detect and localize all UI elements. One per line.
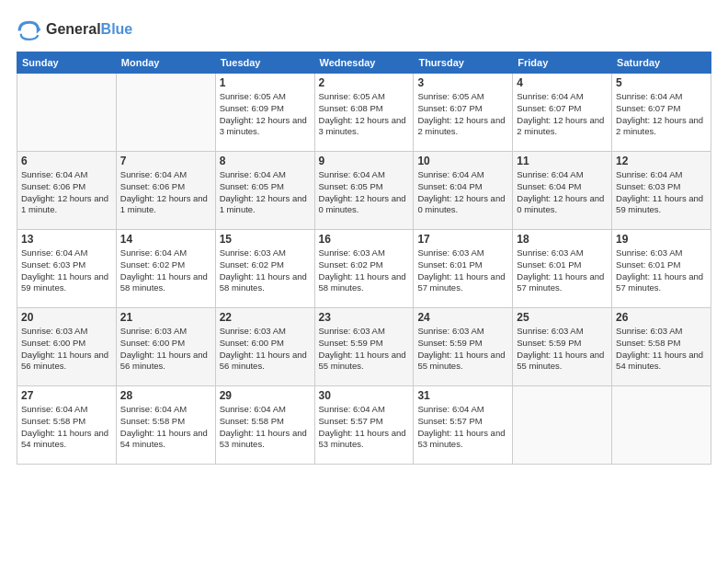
day-cell xyxy=(17,74,117,152)
day-info: Sunrise: 6:04 AM Sunset: 6:03 PM Dayligh… xyxy=(616,169,707,216)
day-cell: 15Sunrise: 6:03 AM Sunset: 6:02 PM Dayli… xyxy=(215,230,314,308)
day-cell: 10Sunrise: 6:04 AM Sunset: 6:04 PM Dayli… xyxy=(414,152,513,230)
day-number: 3 xyxy=(417,76,508,89)
day-info: Sunrise: 6:04 AM Sunset: 5:58 PM Dayligh… xyxy=(220,404,311,451)
header-cell-saturday: Saturday xyxy=(612,52,711,74)
day-number: 10 xyxy=(417,155,508,167)
day-info: Sunrise: 6:03 AM Sunset: 6:02 PM Dayligh… xyxy=(319,247,410,294)
day-number: 21 xyxy=(120,311,211,324)
day-cell: 31Sunrise: 6:04 AM Sunset: 5:57 PM Dayli… xyxy=(414,386,513,465)
day-info: Sunrise: 6:04 AM Sunset: 6:05 PM Dayligh… xyxy=(319,169,410,216)
day-number: 14 xyxy=(120,233,211,246)
day-number: 24 xyxy=(417,311,508,324)
week-row-2: 6Sunrise: 6:04 AM Sunset: 6:06 PM Daylig… xyxy=(17,152,711,230)
day-info: Sunrise: 6:04 AM Sunset: 6:02 PM Dayligh… xyxy=(120,247,211,294)
day-cell: 7Sunrise: 6:04 AM Sunset: 6:06 PM Daylig… xyxy=(116,152,215,230)
day-cell: 19Sunrise: 6:03 AM Sunset: 6:01 PM Dayli… xyxy=(612,230,711,308)
day-info: Sunrise: 6:05 AM Sunset: 6:08 PM Dayligh… xyxy=(319,91,410,138)
day-cell: 13Sunrise: 6:04 AM Sunset: 6:03 PM Dayli… xyxy=(17,230,117,308)
day-cell: 20Sunrise: 6:03 AM Sunset: 6:00 PM Dayli… xyxy=(17,308,117,386)
day-number: 16 xyxy=(319,233,410,246)
header-row: SundayMondayTuesdayWednesdayThursdayFrid… xyxy=(17,52,711,74)
day-cell: 30Sunrise: 6:04 AM Sunset: 5:57 PM Dayli… xyxy=(314,386,414,465)
day-number: 29 xyxy=(220,389,311,402)
day-number: 7 xyxy=(120,155,211,167)
day-info: Sunrise: 6:03 AM Sunset: 6:00 PM Dayligh… xyxy=(21,326,112,373)
day-info: Sunrise: 6:03 AM Sunset: 5:59 PM Dayligh… xyxy=(319,326,410,373)
day-info: Sunrise: 6:03 AM Sunset: 6:01 PM Dayligh… xyxy=(616,247,707,294)
day-number: 28 xyxy=(120,389,211,402)
day-cell: 16Sunrise: 6:03 AM Sunset: 6:02 PM Dayli… xyxy=(314,230,414,308)
day-number: 15 xyxy=(220,233,311,246)
day-info: Sunrise: 6:03 AM Sunset: 6:02 PM Dayligh… xyxy=(220,247,311,294)
day-cell: 21Sunrise: 6:03 AM Sunset: 6:00 PM Dayli… xyxy=(116,308,215,386)
day-number: 4 xyxy=(517,76,608,89)
day-info: Sunrise: 6:05 AM Sunset: 6:09 PM Dayligh… xyxy=(220,91,311,138)
header-cell-thursday: Thursday xyxy=(414,52,513,74)
day-number: 17 xyxy=(417,233,508,246)
logo-text: GeneralBlue xyxy=(46,21,132,38)
day-cell: 17Sunrise: 6:03 AM Sunset: 6:01 PM Dayli… xyxy=(414,230,513,308)
header-cell-tuesday: Tuesday xyxy=(215,52,314,74)
day-info: Sunrise: 6:03 AM Sunset: 6:01 PM Dayligh… xyxy=(417,247,508,294)
day-info: Sunrise: 6:04 AM Sunset: 6:04 PM Dayligh… xyxy=(517,169,608,216)
day-info: Sunrise: 6:04 AM Sunset: 6:04 PM Dayligh… xyxy=(417,169,508,216)
day-info: Sunrise: 6:04 AM Sunset: 6:06 PM Dayligh… xyxy=(120,169,211,216)
day-number: 20 xyxy=(21,311,112,324)
day-number: 12 xyxy=(616,155,707,167)
page-container: GeneralBlue SundayMondayTuesdayWednesday… xyxy=(0,0,728,474)
day-info: Sunrise: 6:03 AM Sunset: 6:01 PM Dayligh… xyxy=(517,247,608,294)
day-info: Sunrise: 6:03 AM Sunset: 5:58 PM Dayligh… xyxy=(616,326,707,373)
day-number: 26 xyxy=(616,311,707,324)
day-info: Sunrise: 6:04 AM Sunset: 5:58 PM Dayligh… xyxy=(21,404,112,451)
header: GeneralBlue xyxy=(17,17,711,42)
day-info: Sunrise: 6:03 AM Sunset: 5:59 PM Dayligh… xyxy=(417,326,508,373)
week-row-3: 13Sunrise: 6:04 AM Sunset: 6:03 PM Dayli… xyxy=(17,230,711,308)
day-cell: 12Sunrise: 6:04 AM Sunset: 6:03 PM Dayli… xyxy=(612,152,711,230)
day-cell: 14Sunrise: 6:04 AM Sunset: 6:02 PM Dayli… xyxy=(116,230,215,308)
day-cell xyxy=(116,74,215,152)
day-cell: 1Sunrise: 6:05 AM Sunset: 6:09 PM Daylig… xyxy=(215,74,314,152)
day-info: Sunrise: 6:04 AM Sunset: 6:06 PM Dayligh… xyxy=(21,169,112,216)
day-cell: 5Sunrise: 6:04 AM Sunset: 6:07 PM Daylig… xyxy=(612,74,711,152)
header-cell-wednesday: Wednesday xyxy=(314,52,414,74)
day-number: 9 xyxy=(319,155,410,167)
day-cell: 27Sunrise: 6:04 AM Sunset: 5:58 PM Dayli… xyxy=(17,386,117,465)
day-cell xyxy=(513,386,612,465)
week-row-5: 27Sunrise: 6:04 AM Sunset: 5:58 PM Dayli… xyxy=(17,386,711,465)
day-info: Sunrise: 6:04 AM Sunset: 5:58 PM Dayligh… xyxy=(120,404,211,451)
week-row-1: 1Sunrise: 6:05 AM Sunset: 6:09 PM Daylig… xyxy=(17,74,711,152)
day-cell: 29Sunrise: 6:04 AM Sunset: 5:58 PM Dayli… xyxy=(215,386,314,465)
day-cell: 23Sunrise: 6:03 AM Sunset: 5:59 PM Dayli… xyxy=(314,308,414,386)
day-info: Sunrise: 6:04 AM Sunset: 6:05 PM Dayligh… xyxy=(220,169,311,216)
day-info: Sunrise: 6:04 AM Sunset: 6:07 PM Dayligh… xyxy=(616,91,707,138)
day-info: Sunrise: 6:04 AM Sunset: 6:07 PM Dayligh… xyxy=(517,91,608,138)
day-info: Sunrise: 6:04 AM Sunset: 5:57 PM Dayligh… xyxy=(319,404,410,451)
calendar-table: SundayMondayTuesdayWednesdayThursdayFrid… xyxy=(17,52,711,465)
day-cell: 26Sunrise: 6:03 AM Sunset: 5:58 PM Dayli… xyxy=(612,308,711,386)
day-cell: 22Sunrise: 6:03 AM Sunset: 6:00 PM Dayli… xyxy=(215,308,314,386)
day-cell xyxy=(612,386,711,465)
day-number: 5 xyxy=(616,76,707,89)
day-number: 18 xyxy=(517,233,608,246)
day-cell: 9Sunrise: 6:04 AM Sunset: 6:05 PM Daylig… xyxy=(314,152,414,230)
day-number: 6 xyxy=(21,155,112,167)
day-number: 25 xyxy=(517,311,608,324)
day-cell: 24Sunrise: 6:03 AM Sunset: 5:59 PM Dayli… xyxy=(414,308,513,386)
logo-icon xyxy=(17,17,42,42)
day-number: 22 xyxy=(220,311,311,324)
day-number: 2 xyxy=(319,76,410,89)
header-cell-monday: Monday xyxy=(116,52,215,74)
day-number: 19 xyxy=(616,233,707,246)
logo: GeneralBlue xyxy=(17,17,132,42)
day-info: Sunrise: 6:03 AM Sunset: 5:59 PM Dayligh… xyxy=(517,326,608,373)
day-cell: 3Sunrise: 6:05 AM Sunset: 6:07 PM Daylig… xyxy=(414,74,513,152)
day-number: 23 xyxy=(319,311,410,324)
day-number: 13 xyxy=(21,233,112,246)
day-number: 31 xyxy=(417,389,508,402)
day-info: Sunrise: 6:04 AM Sunset: 5:57 PM Dayligh… xyxy=(417,404,508,451)
day-number: 8 xyxy=(220,155,311,167)
day-cell: 18Sunrise: 6:03 AM Sunset: 6:01 PM Dayli… xyxy=(513,230,612,308)
day-number: 27 xyxy=(21,389,112,402)
day-number: 1 xyxy=(220,76,311,89)
